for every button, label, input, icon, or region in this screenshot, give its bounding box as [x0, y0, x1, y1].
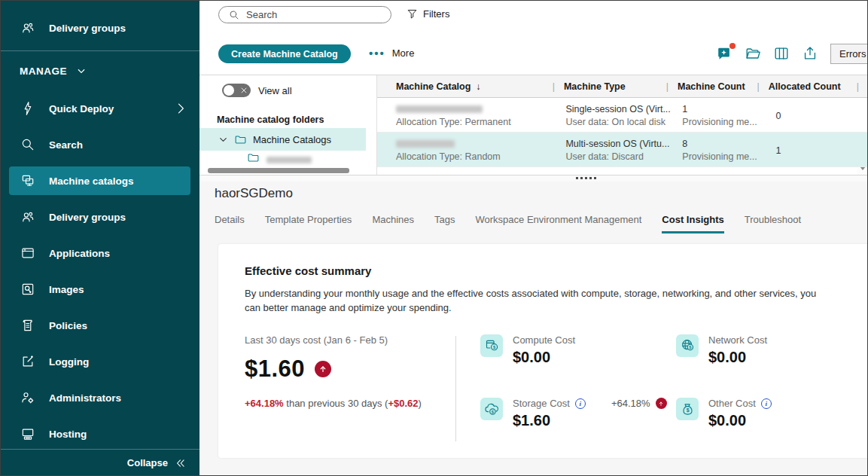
network-cost-icon: $ [676, 334, 699, 357]
sidebar-item-logging[interactable]: Logging [0, 343, 199, 380]
export-button[interactable] [802, 45, 819, 62]
more-menu[interactable]: ••• More [369, 47, 414, 59]
errors-button[interactable]: Errors ( [830, 44, 868, 64]
machine-count: 1 [682, 103, 766, 116]
tab-machines[interactable]: Machines [372, 214, 414, 233]
people-icon [20, 20, 36, 36]
view-all-row: View all [222, 84, 292, 97]
tree-item-subfolder[interactable] [199, 151, 366, 169]
folder-icon [247, 151, 260, 164]
column-header-machine-catalog[interactable]: Machine Catalog ↓ [377, 75, 553, 97]
window-icon [20, 245, 36, 261]
provisioning-method: Provisioning me... [682, 151, 766, 163]
svg-text:$: $ [492, 345, 495, 349]
feedback-button[interactable] [716, 45, 733, 62]
sidebar: Delivery groups MANAGE Quick Deploy Sear… [0, 0, 199, 476]
filters-label: Filters [423, 8, 449, 20]
search-input[interactable] [246, 9, 383, 20]
change-percent: +64.18% [245, 398, 284, 409]
collapse-label: Collapse [127, 457, 168, 468]
trend-up-icon [656, 398, 667, 409]
user-data: User data: On local disk [565, 116, 672, 129]
redacted-catalog-name [396, 105, 483, 113]
tab-troubleshoot[interactable]: Troubleshoot [745, 214, 801, 233]
svg-text:$: $ [686, 407, 689, 413]
sidebar-item-machine-catalogs[interactable]: Machine catalogs [9, 166, 190, 195]
sidebar-item-label: Images [49, 284, 84, 295]
share-export-icon [802, 45, 818, 62]
sidebar-item-label: Machine catalogs [49, 175, 134, 187]
tab-workspace-environment-management[interactable]: Workspace Environment Management [475, 214, 641, 233]
sidebar-item-search[interactable]: Search [0, 127, 199, 163]
provisioning-method: Provisioning me... [682, 116, 766, 129]
tab-template-properties[interactable]: Template Properties [265, 214, 352, 233]
sidebar-item-administrators[interactable]: Administrators [0, 380, 199, 416]
sidebar-item-label: Hosting [49, 429, 87, 440]
horizontal-scrollbar[interactable] [202, 168, 363, 173]
effective-cost-summary-card: Effective cost summary By understanding … [218, 244, 868, 458]
table-header: Machine Catalog ↓ |Machine Type |Machine… [377, 75, 868, 98]
vertical-divider [455, 336, 456, 441]
other-cost-icon: $ [676, 398, 699, 420]
tab-cost-insights[interactable]: Cost Insights [662, 214, 723, 233]
sort-desc-icon[interactable]: ↓ [476, 81, 480, 92]
manage-label: MANAGE [20, 66, 67, 77]
catalog-title: haorSGDemo [215, 186, 293, 201]
column-header-allocated-count[interactable]: |Allocated Count [757, 75, 857, 97]
chevron-down-icon[interactable] [218, 135, 228, 145]
info-icon[interactable]: i [575, 398, 586, 409]
server-icon [20, 426, 36, 442]
sidebar-item-delivery-groups-top[interactable]: Delivery groups [0, 10, 199, 46]
tab-tags[interactable]: Tags [434, 214, 455, 233]
detail-tabs: Details Template Properties Machines Tag… [215, 214, 801, 233]
sidebar-item-quick-deploy[interactable]: Quick Deploy [0, 90, 199, 127]
sidebar-item-label: Search [49, 139, 83, 151]
filters-button[interactable]: Filters [407, 8, 449, 20]
x-icon [240, 87, 248, 94]
sidebar-item-hosting[interactable]: Hosting [0, 416, 199, 452]
splitter-handle-icon[interactable] [576, 177, 598, 179]
lightning-icon [20, 100, 36, 117]
sidebar-item-label: Logging [49, 356, 89, 368]
manage-menu[interactable]: MANAGE [0, 51, 199, 90]
column-header-machine-type[interactable]: |Machine Type [553, 75, 666, 97]
sidebar-item-applications[interactable]: Applications [0, 235, 199, 271]
sidebar-item-policies[interactable]: Policies [0, 307, 199, 343]
main-area: Filters Create Machine Catalog ••• More … [199, 0, 868, 476]
compute-cost-icon: $ [480, 334, 503, 357]
tree-item-machine-catalogs[interactable]: Machine Catalogs [199, 128, 366, 151]
panel-splitter[interactable] [199, 175, 868, 182]
tile-label: Network Cost [708, 334, 767, 346]
folder-view-button[interactable] [745, 45, 762, 62]
sidebar-item-label: Administrators [49, 392, 121, 404]
total-cost-value: $1.60 [245, 355, 305, 383]
allocation-type: Allocation Type: Permanent [396, 117, 511, 127]
sidebar-item-label: Delivery groups [49, 23, 126, 34]
column-divider: | [757, 81, 760, 92]
info-icon[interactable]: i [761, 398, 772, 409]
scrollbar-thumb[interactable] [208, 168, 349, 173]
tree-item-label: Machine Catalogs [253, 134, 331, 145]
cost-summary-description: By understanding your monthly usage and … [245, 287, 828, 316]
machine-catalogs-icon [20, 172, 36, 189]
create-machine-catalog-button[interactable]: Create Machine Catalog [218, 44, 351, 63]
column-header-machine-count[interactable]: |Machine Count [666, 75, 757, 97]
ellipsis-icon: ••• [369, 50, 385, 57]
tile-label: Other Cost [708, 398, 756, 409]
period-label: Last 30 days cost (Jan 6 - Feb 5) [245, 334, 455, 346]
person-gear-icon [20, 389, 36, 406]
tab-details[interactable]: Details [215, 214, 245, 233]
table-row[interactable]: Allocation Type: Permanent Single-sessio… [377, 98, 868, 133]
sidebar-item-images[interactable]: Images [0, 271, 199, 307]
toolbar: Filters Create Machine Catalog ••• More … [199, 0, 868, 75]
sidebar-item-delivery-groups[interactable]: Delivery groups [0, 199, 199, 235]
machine-catalog-table: Machine Catalog ↓ |Machine Type |Machine… [376, 75, 868, 175]
collapse-button[interactable]: Collapse [0, 449, 199, 476]
tile-label: Storage Cost [513, 398, 570, 409]
table-row-selected[interactable]: Allocation Type: Random Multi-session OS… [377, 133, 868, 167]
view-all-toggle[interactable] [222, 84, 251, 97]
columns-button[interactable] [773, 45, 790, 62]
machine-type-os: Single-session OS (Virt... [565, 103, 672, 116]
catalog-panes: View all Machine catalog folders Machine… [199, 75, 868, 175]
search-box[interactable] [218, 6, 391, 23]
